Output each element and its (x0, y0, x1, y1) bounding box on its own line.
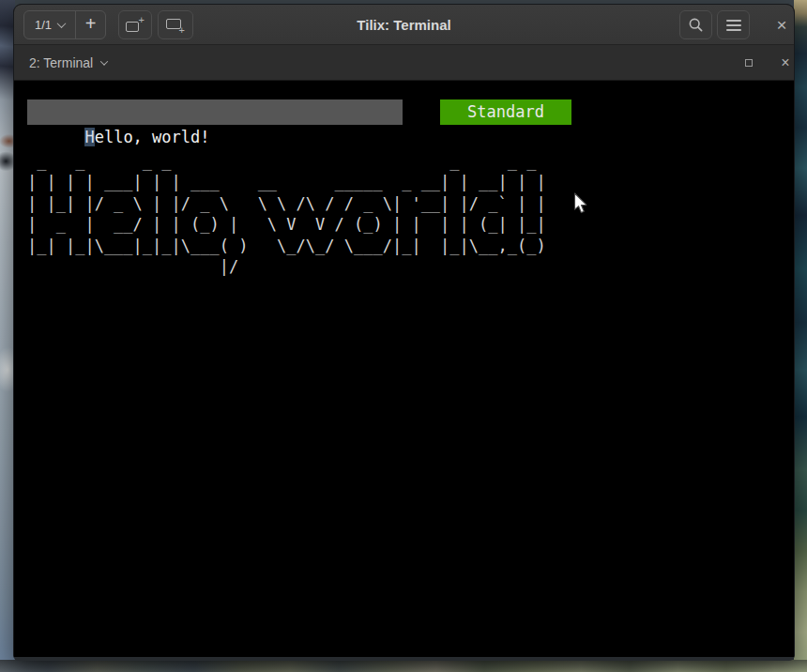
input-text: ello, world! (95, 128, 210, 146)
split-down-button[interactable]: + (158, 10, 193, 39)
search-icon (688, 17, 704, 33)
split-right-icon: + (126, 17, 145, 33)
text-cursor: H (84, 128, 94, 146)
maximize-pane-icon[interactable] (745, 59, 753, 67)
terminal-pane-titlebar[interactable]: 2: Terminal × (14, 45, 794, 81)
session-counter-button[interactable]: 1/1 (24, 11, 76, 38)
close-icon: × (776, 16, 786, 34)
text-input[interactable]: Hello, world! (27, 99, 403, 125)
chevron-down-icon (100, 57, 108, 65)
desktop-wallpaper-bottom (0, 660, 807, 672)
session-counter-label: 1/1 (35, 18, 52, 32)
session-switcher-group: 1/1 + (23, 10, 106, 39)
split-right-button[interactable]: + (118, 10, 152, 39)
tilix-window: 1/1 + + + Tilix: Terminal (13, 4, 795, 661)
titlebar[interactable]: 1/1 + + + Tilix: Terminal (14, 5, 794, 45)
plus-icon: + (85, 13, 97, 35)
chevron-down-icon (57, 19, 67, 28)
split-down-icon: + (166, 17, 185, 33)
search-button[interactable] (679, 10, 712, 39)
hamburger-icon (726, 20, 741, 31)
figlet-ascii-art: _ _ _ _ _ _ _ | | | | ___| | | ___ __ __… (27, 151, 556, 277)
window-close-button[interactable]: × (768, 10, 796, 39)
terminal-title-label: 2: Terminal (29, 55, 93, 70)
close-icon: × (781, 54, 789, 71)
terminal-screen[interactable]: Hello, world! Standard _ _ _ _ _ _ _ | |… (14, 81, 794, 657)
mouse-cursor-icon (573, 192, 588, 215)
menu-button[interactable] (717, 10, 750, 39)
font-standard-button[interactable]: Standard (440, 99, 571, 125)
new-session-button[interactable]: + (76, 11, 105, 38)
terminal-title-dropdown[interactable]: 2: Terminal (29, 45, 107, 81)
terminal-close-button[interactable]: × (774, 45, 797, 81)
desktop-wallpaper-right (794, 0, 807, 672)
